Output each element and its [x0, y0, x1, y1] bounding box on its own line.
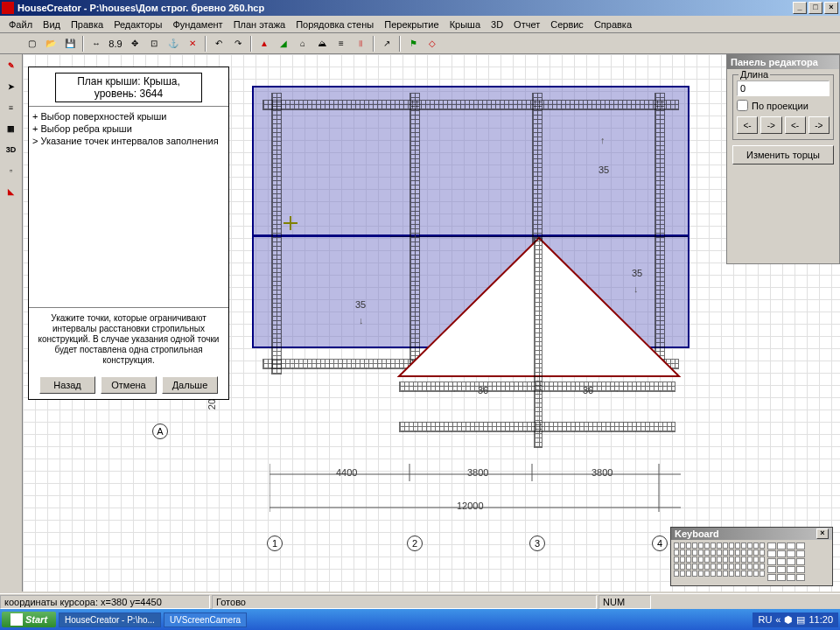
menu-help[interactable]: Справка — [589, 18, 637, 32]
minimize-button[interactable]: _ — [793, 2, 807, 14]
wizard-panel: План крыши: Крыша, уровень: 3644 + Выбор… — [28, 66, 229, 400]
length-label: Длина — [738, 69, 770, 80]
keyboard-title: Keyboard — [675, 528, 816, 539]
drawing-canvas[interactable]: ↑ 35 35 ↓ 35 ↓ ← 36 36 → 2000 А 4400 380… — [23, 54, 840, 592]
menu-editors[interactable]: Редакторы — [108, 18, 167, 32]
wizard-step-3[interactable]: > Указание точек интервалов заполнения — [32, 135, 225, 147]
doc-icon[interactable]: ▫ — [4, 163, 19, 178]
3d-icon[interactable]: 3D — [4, 142, 19, 158]
menu-wallorder[interactable]: Порядовка стены — [290, 18, 379, 32]
menu-view[interactable]: Вид — [38, 18, 66, 32]
axis-3: 3 — [529, 536, 545, 551]
brush-icon[interactable]: ◣ — [4, 184, 19, 200]
keyboard-numpad[interactable] — [767, 542, 805, 581]
roof4-icon[interactable]: ⛰ — [313, 35, 331, 52]
keyboard-main[interactable] — [674, 542, 765, 581]
tray-icon3[interactable]: ▤ — [796, 614, 805, 626]
projection-checkbox-input[interactable] — [737, 100, 748, 111]
dim-35b: 35 — [632, 268, 642, 278]
status-coord: координаты курсора: x=380 y=4450 — [0, 595, 210, 609]
new-icon[interactable]: ▢ — [23, 35, 40, 52]
tray-lang[interactable]: RU — [758, 614, 772, 625]
length-input[interactable] — [737, 80, 830, 96]
status-num: NUM — [598, 595, 651, 609]
undo-icon[interactable]: ↶ — [210, 35, 228, 52]
wizard-back-button[interactable]: Назад — [39, 376, 95, 394]
menu-foundation[interactable]: Фундамент — [167, 18, 228, 32]
pencil-icon[interactable]: ✎ — [4, 58, 19, 74]
window-title: HouseCreator - P:\houses\Дом строг. брев… — [18, 3, 791, 13]
band-1 — [399, 382, 676, 392]
arrow-icon[interactable]: ➤ — [4, 79, 19, 94]
roof3-icon[interactable]: ⌂ — [294, 35, 312, 52]
taskbar: Start HouseCreator - P:\ho... UVScreenCa… — [0, 609, 840, 630]
roof6-icon[interactable]: ⦀ — [352, 35, 369, 52]
open-icon[interactable]: 📂 — [42, 35, 60, 52]
projection-checkbox[interactable]: По проекции — [737, 100, 830, 111]
btn-right1[interactable]: -> — [760, 116, 781, 134]
menu-roof[interactable]: Крыша — [444, 18, 486, 32]
dim-36a: 36 — [478, 385, 488, 396]
menu-report[interactable]: Отчет — [508, 18, 545, 32]
onscreen-keyboard[interactable]: Keyboard × — [670, 527, 833, 586]
flag-icon[interactable]: ⚑ — [404, 35, 422, 52]
roof2-icon[interactable]: ◢ — [275, 35, 292, 52]
close-button[interactable]: × — [824, 2, 838, 14]
save-icon[interactable]: 💾 — [61, 35, 79, 52]
btn-left2[interactable]: <- — [785, 116, 806, 134]
apply-ends-button[interactable]: Изменить торцы — [732, 145, 834, 164]
maximize-button[interactable]: □ — [808, 2, 822, 14]
dim-35a: 35 — [598, 164, 609, 175]
tray-icon1[interactable]: « — [775, 614, 780, 625]
wizard-next-button[interactable]: Дальше — [162, 376, 218, 394]
wizard-step-2[interactable]: + Выбор ребра крыши — [32, 122, 225, 135]
distance-icon[interactable]: 8.9 — [107, 35, 124, 52]
menu-3d[interactable]: 3D — [486, 18, 508, 32]
window-titlebar: HouseCreator - P:\houses\Дом строг. брев… — [0, 0, 840, 16]
editor-panel: Панель редактора Длина По проекции <- ->… — [726, 54, 840, 264]
btn-left1[interactable]: <- — [737, 116, 758, 134]
cursor-cross-icon — [284, 216, 298, 230]
menu-service[interactable]: Сервис — [545, 18, 589, 32]
btn-right2[interactable]: -> — [808, 116, 830, 134]
mode1-icon[interactable]: ↔ — [88, 35, 105, 52]
taskbar-app1[interactable]: HouseCreator - P:\ho... — [59, 612, 161, 627]
tray-time: 11:20 — [808, 614, 833, 625]
grid-icon[interactable]: ▦ — [4, 121, 19, 136]
wizard-step-1[interactable]: + Выбор поверхностей крыши — [32, 110, 225, 122]
menu-file[interactable]: Файл — [4, 18, 38, 32]
axis-2: 2 — [407, 536, 423, 551]
start-button[interactable]: Start — [2, 612, 56, 627]
system-tray[interactable]: RU « ⬢ ▤ 11:20 — [752, 612, 838, 627]
dim-35c: 35 — [355, 299, 366, 310]
toolbar: ▢ 📂 💾 ↔ 8.9 ✥ ⊡ ⚓ ✕ ↶ ↷ ▲ ◢ ⌂ ⛰ ≡ ⦀ ↗ ⚑ … — [0, 33, 840, 54]
delete-icon[interactable]: ✕ — [184, 35, 201, 52]
center-dashed — [415, 186, 416, 238]
keyboard-close-icon[interactable]: × — [816, 528, 829, 539]
menu-ceiling[interactable]: Перекрытие — [379, 18, 444, 32]
editor-panel-title: Панель редактора — [727, 55, 839, 69]
wizard-help: Укажите точки, которые ограничивают инте… — [29, 307, 228, 371]
roof5-icon[interactable]: ≡ — [332, 35, 350, 52]
app-icon — [2, 2, 14, 14]
axis-1: 1 — [267, 536, 283, 551]
redo-icon[interactable]: ↷ — [229, 35, 247, 52]
arrow-right-icon: → — [611, 385, 620, 396]
snap-icon[interactable]: ⊡ — [145, 35, 163, 52]
anchor-icon[interactable]: ⚓ — [164, 35, 182, 52]
menu-edit[interactable]: Правка — [66, 18, 108, 32]
layers-icon[interactable]: ≡ — [4, 100, 19, 116]
wizard-cancel-button[interactable]: Отмена — [101, 376, 157, 394]
diamond-icon[interactable]: ◇ — [424, 35, 441, 52]
move-icon[interactable]: ✥ — [126, 35, 144, 52]
roof1-icon[interactable]: ▲ — [256, 35, 273, 52]
taskbar-app2[interactable]: UVScreenCamera — [164, 612, 247, 627]
tool1-icon[interactable]: ↗ — [378, 35, 396, 52]
tray-icon2[interactable]: ⬢ — [784, 614, 793, 626]
left-toolbar: ✎ ➤ ≡ ▦ 3D ▫ ◣ — [0, 54, 23, 592]
status-bar: координаты курсора: x=380 y=4450 Готово … — [0, 593, 840, 609]
menu-bar: Файл Вид Правка Редакторы Фундамент План… — [0, 16, 840, 33]
menu-floorplan[interactable]: План этажа — [228, 18, 290, 32]
beam-h-top — [262, 100, 679, 110]
arrow-down2-icon: ↓ — [359, 315, 364, 326]
